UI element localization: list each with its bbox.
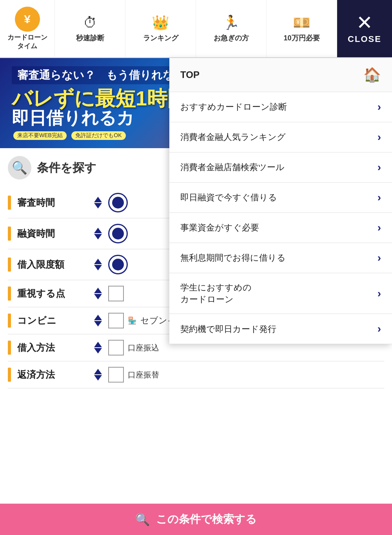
arrow-up-jushi[interactable] — [94, 288, 102, 293]
filter-bar-jushi — [8, 287, 11, 301]
checkbox-kariirekata[interactable] — [108, 340, 124, 355]
nav-label-urgent: お急ぎの方 — [214, 33, 249, 43]
arrow-down-shinsa[interactable] — [94, 203, 102, 209]
100k-icon: 💴 — [293, 15, 310, 31]
filter-bar-kariire — [8, 258, 11, 272]
arrow-up-hensai[interactable] — [94, 369, 102, 374]
arrow-up-kariire[interactable] — [94, 259, 102, 264]
app-header: ¥ カードローン タイム ⏱ 秒速診断 👑 ランキング 🏃 お急ぎの方 💴 10… — [0, 0, 392, 58]
logo[interactable]: ¥ カードローン タイム — [0, 0, 55, 57]
urgent-icon: 🏃 — [222, 15, 240, 31]
filter-arrows-hensai[interactable] — [94, 369, 102, 381]
filter-control-hensai: 口座振替 — [108, 367, 384, 383]
dropdown-item-contract-machine[interactable]: 契約機で即日カード発行 › — [169, 314, 392, 344]
kariirekata-option-text: 口座振込 — [128, 343, 159, 353]
close-x-icon: ✕ — [356, 13, 373, 33]
nav-item-urgent[interactable]: 🏃 お急ぎの方 — [196, 0, 267, 57]
dropdown-text-card-diagnosis: おすすめカードローン診断 — [180, 101, 287, 113]
filter-arrows-yushi[interactable] — [94, 228, 102, 239]
nav-item-ranking[interactable]: 👑 ランキング — [125, 0, 196, 57]
radio-yushi[interactable] — [108, 224, 128, 243]
radio-shinsa[interactable] — [108, 193, 128, 212]
filter-arrows-jushi[interactable] — [94, 288, 102, 299]
dropdown-text-consumer-ranking: 消費者金融人気ランキング — [180, 131, 286, 143]
dropdown-item-top[interactable]: TOP 🏠 — [169, 58, 392, 92]
dropdown-item-instant-loan[interactable]: 即日融資で今すぐ借りる › — [169, 183, 392, 213]
search-icon: 🔍 — [8, 156, 31, 180]
search-title: 条件を探す — [37, 160, 96, 176]
filter-arrows-kariire[interactable] — [94, 259, 102, 270]
arrow-down-hensai[interactable] — [94, 375, 102, 381]
dropdown-item-business-fund[interactable]: 事業資金がすぐ必要 › — [169, 213, 392, 243]
filter-arrows-shinsa[interactable] — [94, 197, 102, 209]
quick-diagnosis-icon: ⏱ — [83, 15, 97, 31]
close-button[interactable]: ✕ CLOSE — [337, 0, 392, 57]
dropdown-text-student-card: 学生におすすめのカードローン — [180, 282, 252, 305]
bottom-search-text: この条件で検索する — [156, 512, 257, 527]
dropdown-item-consumer-ranking[interactable]: 消費者金融人気ランキング › — [169, 122, 392, 152]
nav-item-quick-diagnosis[interactable]: ⏱ 秒速診断 — [55, 0, 125, 57]
bottom-search-bar[interactable]: 🔍 この条件で検索する — [0, 504, 392, 535]
logo-icon: ¥ — [15, 7, 40, 32]
filter-hensai: 返済方法 口座振替 — [8, 361, 384, 388]
dropdown-arrow-1: › — [377, 101, 381, 113]
dropdown-arrow-8: › — [377, 323, 381, 335]
dropdown-text-business-fund: 事業資金がすぐ必要 — [180, 222, 259, 234]
banner-badge1: 来店不要WEB完結 — [13, 131, 67, 140]
dropdown-arrow-6: › — [377, 252, 381, 264]
radio-kariire[interactable] — [108, 255, 128, 274]
dropdown-text-instant-loan: 即日融資で今すぐ借りる — [180, 192, 277, 203]
filter-label-hensai: 返済方法 — [17, 368, 88, 381]
bottom-search-icon: 🔍 — [135, 513, 150, 526]
dropdown-text-contract-machine: 契約機で即日カード発行 — [180, 323, 276, 335]
arrow-down-yushi[interactable] — [94, 234, 102, 239]
dropdown-arrow-2: › — [377, 131, 381, 143]
filter-bar-kariirekata — [8, 341, 11, 355]
dropdown-arrow-7: › — [377, 287, 381, 300]
arrow-down-kariirekata[interactable] — [94, 348, 102, 354]
nav-label-quick-diagnosis: 秒速診断 — [76, 33, 104, 43]
seven-eleven-icon: 🏪 — [128, 316, 136, 325]
filter-label-shinsa: 審査時間 — [17, 196, 88, 209]
arrow-up-kariirekata[interactable] — [94, 342, 102, 347]
dropdown-item-card-diagnosis[interactable]: おすすめカードローン診断 › — [169, 92, 392, 122]
filter-label-kariire: 借入限度額 — [17, 258, 88, 271]
nav-label-100k: 10万円必要 — [283, 33, 319, 43]
dropdown-item-consumer-search[interactable]: 消費者金融店舗検索ツール › — [169, 152, 392, 183]
arrow-down-kariire[interactable] — [94, 265, 102, 270]
filter-label-conveni: コンビニ — [17, 314, 88, 327]
filter-label-kariirekata: 借入方法 — [17, 341, 88, 354]
nav-item-100k[interactable]: 💴 10万円必要 — [267, 0, 337, 57]
filter-bar-shinsa — [8, 196, 11, 210]
filter-arrows-conveni[interactable] — [94, 315, 102, 326]
main-area: 審査通らない？ もう借りれない？ バレずに最短1時間 即日借りれるカ 来店不要W… — [0, 58, 392, 535]
checkbox-hensai[interactable] — [108, 367, 124, 383]
ranking-icon: 👑 — [152, 15, 169, 31]
filter-bar-yushi — [8, 227, 11, 241]
filter-bar-hensai — [8, 368, 11, 382]
header-nav: ⏱ 秒速診断 👑 ランキング 🏃 お急ぎの方 💴 10万円必要 — [55, 0, 337, 57]
dropdown-arrow-3: › — [377, 161, 381, 174]
filter-bar-conveni — [8, 314, 11, 328]
dropdown-arrow-4: › — [377, 191, 381, 204]
dropdown-item-student-card[interactable]: 学生におすすめのカードローン › — [169, 273, 392, 314]
dropdown-text-top: TOP — [180, 69, 200, 81]
arrow-down-jushi[interactable] — [94, 294, 102, 299]
filter-arrows-kariirekata[interactable] — [94, 342, 102, 354]
nav-label-ranking: ランキング — [143, 33, 178, 43]
dropdown-menu: TOP 🏠 おすすめカードローン診断 › 消費者金融人気ランキング › 消費者金… — [169, 58, 392, 344]
hensai-option-text: 口座振替 — [128, 370, 159, 380]
arrow-up-yushi[interactable] — [94, 228, 102, 233]
dropdown-text-consumer-search: 消費者金融店舗検索ツール — [180, 161, 285, 173]
logo-text: カードローン タイム — [7, 33, 47, 51]
filter-label-jushi: 重視する点 — [17, 287, 88, 300]
home-icon: 🏠 — [363, 67, 381, 83]
checkbox-jushi[interactable] — [108, 286, 124, 301]
dropdown-text-interest-free: 無利息期間でお得に借りる — [180, 252, 286, 264]
arrow-down-conveni[interactable] — [94, 321, 102, 326]
arrow-up-shinsa[interactable] — [94, 197, 102, 202]
dropdown-item-interest-free[interactable]: 無利息期間でお得に借りる › — [169, 243, 392, 273]
arrow-up-conveni[interactable] — [94, 315, 102, 320]
dropdown-arrow-5: › — [377, 221, 381, 234]
checkbox-conveni[interactable] — [108, 313, 124, 328]
